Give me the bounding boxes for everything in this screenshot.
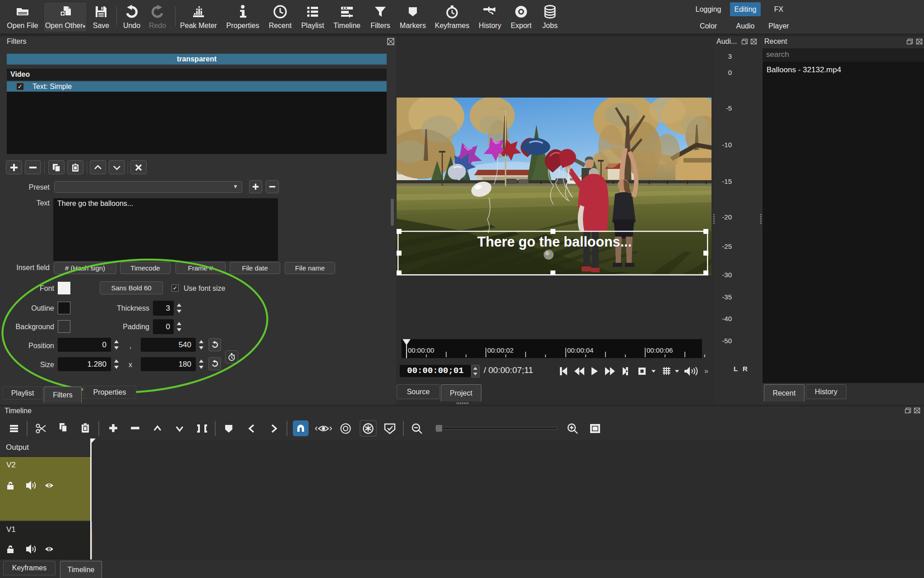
svg-text:There go the balloons...: There go the balloons... bbox=[477, 234, 632, 250]
svg-text:00:00:00: 00:00:00 bbox=[408, 346, 434, 354]
svg-text:»: » bbox=[704, 367, 708, 375]
svg-text:00:00:04: 00:00:04 bbox=[567, 346, 593, 354]
svg-text:00:00:06: 00:00:06 bbox=[647, 346, 673, 354]
svg-text:00:00:02: 00:00:02 bbox=[487, 346, 513, 354]
